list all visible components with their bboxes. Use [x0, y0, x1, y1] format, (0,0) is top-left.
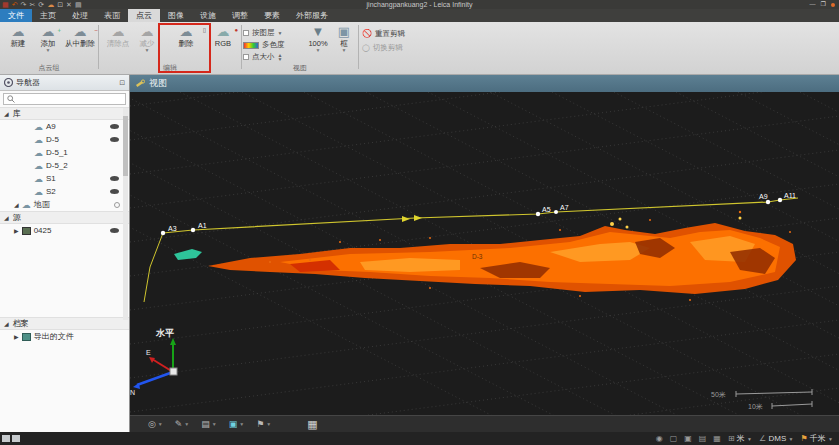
- expand-icon[interactable]: ◢: [4, 214, 9, 221]
- clear-points-button[interactable]: ☁ 清除点: [102, 24, 134, 48]
- point-size-option[interactable]: 点大小 ▲▼: [243, 52, 282, 62]
- delete-button[interactable]: ☁▯ 删除: [166, 24, 206, 48]
- status-icon-5[interactable]: ▦: [713, 434, 721, 443]
- axis-label-up: 水平: [155, 328, 174, 338]
- tree-item-exported-files[interactable]: ▶ 导出的文件: [0, 330, 129, 343]
- point-size-stepper[interactable]: ▲▼: [278, 53, 283, 61]
- expand-icon[interactable]: ◢: [14, 201, 19, 208]
- unit-distance-select[interactable]: ⚑ 千米 ▼: [800, 433, 833, 444]
- tab-features[interactable]: 要素: [256, 9, 288, 22]
- search-icon: [7, 95, 15, 103]
- density-filter-button[interactable]: ▼ 100% ▼: [305, 24, 331, 53]
- pointcloud-icon: ☁: [34, 161, 43, 171]
- multi-hue-option[interactable]: 多色度: [243, 40, 285, 50]
- tab-adjustments[interactable]: 调整: [224, 9, 256, 22]
- marker-dot[interactable]: [778, 198, 782, 202]
- navigator-scrollbar[interactable]: [123, 108, 128, 320]
- maximize-button[interactable]: ❐: [821, 0, 826, 9]
- view-mode-button[interactable]: ▤▼: [201, 419, 216, 429]
- marker-label-a3: A3: [168, 225, 177, 232]
- collapse-icon[interactable]: ▶: [14, 227, 19, 234]
- filter-button[interactable]: ⚑▼: [256, 419, 271, 429]
- new-pointcloud-button[interactable]: ☁ 新建: [4, 24, 32, 48]
- measure-button[interactable]: ✎▼: [175, 419, 190, 429]
- reduce-button[interactable]: ☁ 减少 ▼: [134, 24, 160, 53]
- status-icon-1[interactable]: ◉: [656, 434, 663, 443]
- tab-pointclouds[interactable]: 点云: [128, 9, 160, 22]
- viewport-title: 视图: [149, 77, 167, 90]
- search-box[interactable]: [3, 93, 126, 105]
- grid-icon: ▦: [307, 418, 317, 431]
- section-archive[interactable]: ◢ 档案: [0, 317, 129, 330]
- by-layer-checkbox[interactable]: [243, 30, 249, 36]
- orbit-button[interactable]: ◎▼: [148, 419, 163, 429]
- app-window: ▦ ↶ ↷ ✂ ⟳ ☁ ⊡ ✕ ▤ jinchangpankuang2 - Le…: [0, 0, 839, 445]
- status-icon-3[interactable]: ▣: [684, 434, 692, 443]
- expand-icon[interactable]: ◢: [4, 320, 9, 327]
- tab-infrastructure[interactable]: 设施: [192, 9, 224, 22]
- tree-item-d5[interactable]: ☁ D-5: [0, 133, 129, 146]
- visibility-eye-icon[interactable]: [110, 137, 119, 142]
- viewport-3d[interactable]: 视图: [130, 75, 839, 432]
- expand-icon[interactable]: ◢: [4, 110, 9, 117]
- visibility-eye-icon[interactable]: [110, 124, 119, 129]
- loading-spinner-icon: [114, 202, 120, 208]
- marker-dot[interactable]: [554, 210, 558, 214]
- tree-item-s1[interactable]: ☁ S1: [0, 172, 129, 185]
- tab-file[interactable]: 文件: [0, 9, 32, 22]
- remove-from-pointcloud-button[interactable]: ☁− 从中删除: [62, 24, 98, 48]
- marker-dot[interactable]: [766, 200, 770, 204]
- ribbon-group-edit: ☁ 清除点 ☁ 减少 ▼ ☁▯ 删除 ☁● RGB 编辑: [100, 22, 240, 74]
- viewport-canvas[interactable]: D-3 A3 A1 A5 A7 A9 A11: [130, 92, 839, 415]
- cube-view-button[interactable]: ▣▼: [229, 419, 244, 429]
- unit-angle-select[interactable]: ∠ DMS ▼: [759, 434, 793, 443]
- status-icon-2[interactable]: ▢: [670, 434, 678, 443]
- marker-dot[interactable]: [161, 231, 165, 235]
- grid-toggle-button[interactable]: ▦: [307, 418, 317, 431]
- pin-icon[interactable]: ⊡: [119, 79, 125, 87]
- marker-dot[interactable]: [191, 228, 195, 232]
- tree-item-d5-2[interactable]: ☁ D-5_2: [0, 159, 129, 172]
- tab-home[interactable]: 主页: [32, 9, 64, 22]
- section-source[interactable]: ◢ 源: [0, 211, 129, 224]
- cloud-clear-icon: ☁: [102, 24, 134, 39]
- collapse-icon[interactable]: ▶: [14, 333, 19, 340]
- minimize-button[interactable]: —: [810, 0, 816, 9]
- by-layer-option[interactable]: 按图层▼: [243, 28, 282, 38]
- tab-imaging[interactable]: 图像: [160, 9, 192, 22]
- tree-item-s2[interactable]: ☁ S2: [0, 185, 129, 198]
- cloud-remove-icon: ☁−: [62, 24, 98, 39]
- tree-item-0425[interactable]: ▶ 0425: [0, 224, 129, 237]
- pointcloud-icon: ☁: [22, 200, 31, 210]
- point-size-checkbox[interactable]: [243, 54, 249, 60]
- cloud-delete-icon: ☁▯: [166, 24, 206, 39]
- no-symbol-icon: 🚫: [362, 29, 372, 38]
- pointcloud-icon: ☁: [34, 187, 43, 197]
- visibility-eye-icon[interactable]: [110, 228, 119, 233]
- taskbar-icons[interactable]: [2, 435, 20, 442]
- marker-dot[interactable]: [536, 212, 540, 216]
- funnel-icon: ▼: [305, 24, 331, 39]
- add-to-pointcloud-button[interactable]: ☁＋ 添加 ▼: [34, 24, 62, 53]
- group-label-pointcloud: 点云组: [2, 63, 96, 73]
- image-file-icon: [22, 227, 31, 235]
- tree-item-d5-1[interactable]: ☁ D-5_1: [0, 146, 129, 159]
- visibility-eye-icon[interactable]: [110, 176, 119, 181]
- rgb-button[interactable]: ☁● RGB: [208, 24, 238, 48]
- toggle-clip-button[interactable]: ◯ 切换剪辑: [362, 41, 403, 54]
- tree-item-ground[interactable]: ◢ ☁ 地面: [0, 198, 129, 211]
- tab-surfaces[interactable]: 表面: [96, 9, 128, 22]
- tab-external-services[interactable]: 外部服务: [288, 9, 336, 22]
- reset-clip-button[interactable]: 🚫 重置剪辑: [362, 27, 405, 40]
- navigator-header: 导航器 ⊡: [0, 75, 129, 91]
- unit-length-select[interactable]: ⊞ 米 ▼: [728, 433, 752, 444]
- status-icon-4[interactable]: ▤: [699, 434, 707, 443]
- navigator-title: 导航器: [16, 77, 116, 88]
- tree-item-a9[interactable]: ☁ A9: [0, 120, 129, 133]
- cloud-label: D-3: [472, 253, 483, 260]
- box-view-button[interactable]: ▣ 框 ▼: [333, 24, 355, 53]
- visibility-eye-icon[interactable]: [110, 189, 119, 194]
- tab-processing[interactable]: 处理: [64, 9, 96, 22]
- section-library[interactable]: ◢ 库: [0, 107, 129, 120]
- orbit-icon: ◎: [148, 419, 156, 429]
